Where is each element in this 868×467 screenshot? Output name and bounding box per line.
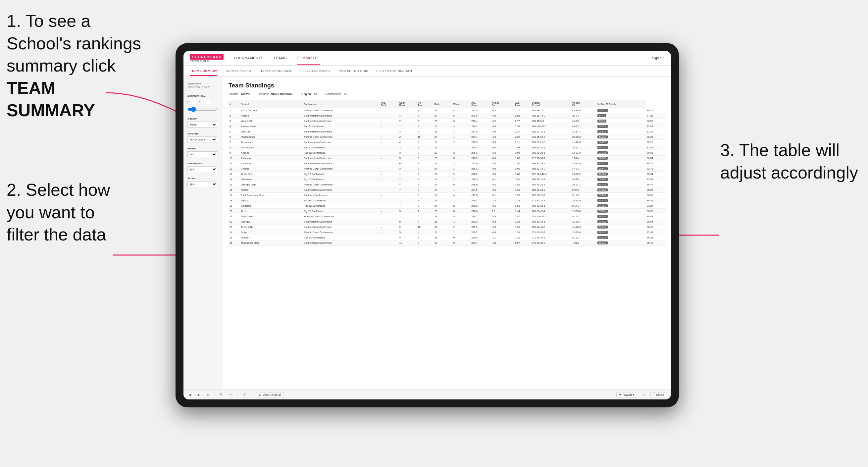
table-cell: 17-33-4 — [571, 209, 597, 214]
table-cell: - — [380, 230, 398, 235]
table-cell: 8 — [416, 145, 434, 150]
table-cell: 4 — [398, 182, 417, 187]
table-cell: 9 — [416, 187, 434, 193]
table-cell: 27 — [434, 230, 453, 235]
table-cell: 80.39 — [646, 134, 665, 140]
table-row: 23Texas A&MSoutheastern Conference-91030… — [228, 224, 665, 230]
table-row: 11ArkansasSoutheastern Conference-682332… — [228, 161, 665, 166]
table-cell: Auburn — [240, 113, 303, 119]
table-cell: -6.0 — [491, 113, 514, 119]
table-cell: Oklahoma — [240, 177, 303, 182]
table-cell: Florida — [240, 187, 303, 193]
table-cell: 8 — [416, 204, 434, 209]
table-cell: 23 — [434, 198, 453, 204]
table-cell: - — [380, 145, 398, 150]
sidebar-min-rounds: Minimum Ro... - — [187, 94, 219, 113]
watch-button[interactable]: 👁 Watch ▾ — [616, 392, 637, 398]
toolbar-more[interactable]: ⋯ — [227, 393, 233, 397]
table-cell: 1 — [398, 172, 417, 177]
division-select[interactable]: NCAA Division I — [187, 136, 217, 143]
table-cell: 44-24-1 — [596, 182, 646, 187]
main-content: Update time: 27/03/2024 16:56:26 Minimum… — [183, 77, 671, 390]
nav-committee[interactable]: COMMITTEE — [297, 52, 320, 65]
subnav-team-h2h-grid[interactable]: TEAM H2H GRID — [225, 66, 251, 76]
table-row: 8WashingtonPac-12 Conference-28231276.3-… — [228, 145, 665, 150]
table-cell: 273.4 — [470, 119, 491, 124]
region-select[interactable]: N/A — [187, 151, 217, 157]
table-cell: 70-25-1 — [596, 124, 646, 129]
col-vs-top25: Vs Top25 — [571, 100, 597, 108]
table-cell: 7 — [416, 219, 434, 224]
table-cell: Southern Conference — [303, 193, 380, 198]
table-cell: 255 61-21-0 — [531, 140, 571, 145]
table-cell: Southeastern Conference — [303, 224, 380, 230]
table-cell: 21 — [434, 219, 453, 224]
nav-teams[interactable]: TEAMS — [274, 52, 287, 65]
conference-select[interactable]: (All) — [187, 166, 217, 172]
toolbar-clock[interactable]: 🕐 — [241, 393, 248, 397]
table-cell: 8 — [416, 193, 434, 198]
step1-text: 1. To see a School's rankings summary cl… — [7, 11, 141, 75]
table-cell: 9 — [416, 172, 434, 177]
table-cell: 31-29-1 — [596, 156, 646, 161]
table-cell: 8 — [416, 156, 434, 161]
table-cell: - — [380, 166, 398, 172]
toolbar-copy[interactable]: ⧉ — [219, 392, 223, 397]
subnav-team-h2h-heatmap[interactable]: TEAM H2H HEATMAP — [259, 66, 292, 76]
toolbar-forward[interactable]: ▶ — [196, 393, 202, 397]
table-cell: 80.34 — [646, 172, 665, 177]
max-rounds-input[interactable] — [201, 99, 211, 104]
table-cell: - — [380, 156, 398, 161]
filter-conference: Conference: All — [325, 92, 347, 96]
table-cell: 276.5 — [470, 177, 491, 182]
rounds-slider[interactable] — [187, 107, 217, 112]
nav-separator: | — [648, 56, 649, 60]
table-cell: 4 — [453, 134, 471, 140]
table-cell: 80.71 — [646, 161, 665, 166]
share-button[interactable]: ⤴ Share — [650, 392, 667, 398]
toolbar-refresh[interactable]: ↻ — [205, 393, 211, 397]
table-cell: 279.9 — [470, 224, 491, 230]
table-cell: 274.8 — [470, 129, 491, 134]
sign-out-link[interactable]: Sign out — [652, 56, 664, 60]
table-cell: 9-12-1 — [571, 214, 597, 219]
view-original-button[interactable]: ⊞ View: Original — [256, 392, 284, 398]
subnav-team-summary[interactable]: TEAM SUMMARY — [190, 66, 217, 76]
table-cell: Big 12 Conference — [303, 172, 380, 177]
table-cell: 88.54 — [646, 219, 665, 224]
table-cell: 265 76-26-1 — [531, 182, 571, 187]
table-cell: 267 87-21-2 — [531, 193, 571, 198]
subnav-player-summary[interactable]: PLAYER SUMMARY — [300, 66, 331, 76]
table-cell: Pac-12 Conference — [303, 145, 380, 150]
table-cell: - — [380, 198, 398, 204]
table-cell: - — [380, 182, 398, 187]
table-cell: -6.2 — [491, 182, 514, 187]
table-cell: 82.98 — [646, 230, 665, 235]
table-cell: 1 — [453, 145, 471, 150]
table-cell: 3.01 — [514, 166, 530, 172]
nav-tournaments[interactable]: TOURNAMENTS — [234, 52, 263, 65]
min-rounds-input[interactable] — [187, 99, 197, 104]
subnav-player-h2h-grid[interactable]: PLAYER H2H GRID — [339, 66, 368, 76]
gender-select[interactable]: Men's — [187, 122, 217, 127]
col-rank: # — [228, 100, 240, 108]
table-cell: 23 — [434, 156, 453, 161]
school-select[interactable]: (All) — [187, 181, 217, 187]
table-cell: 1 — [228, 108, 240, 113]
watch-chevron: ▾ — [632, 393, 634, 397]
resize-button[interactable]: ⤢ — [641, 393, 646, 397]
table-cell: North Carolina — [240, 108, 303, 113]
table-cell: -2.9 — [491, 187, 514, 193]
table-cell: 2.52 — [514, 124, 530, 129]
table-cell: 2 — [453, 172, 471, 177]
table-cell: 24 — [434, 204, 453, 209]
subnav-player-h2h-heatmap[interactable]: PLAYER H2H HEATMAP — [376, 66, 413, 76]
step2-text: 2. Select howyou want tofilter the data — [7, 180, 110, 244]
table-cell: - — [380, 172, 398, 177]
table-cell: 26 — [434, 124, 453, 129]
toolbar-back[interactable]: ◀ — [187, 393, 192, 397]
table-cell: 63-17-0 — [596, 108, 646, 113]
table-cell: 9 — [416, 108, 434, 113]
table-cell: 4 — [228, 124, 240, 129]
table-cell: 235 109-24-2 — [531, 214, 571, 219]
